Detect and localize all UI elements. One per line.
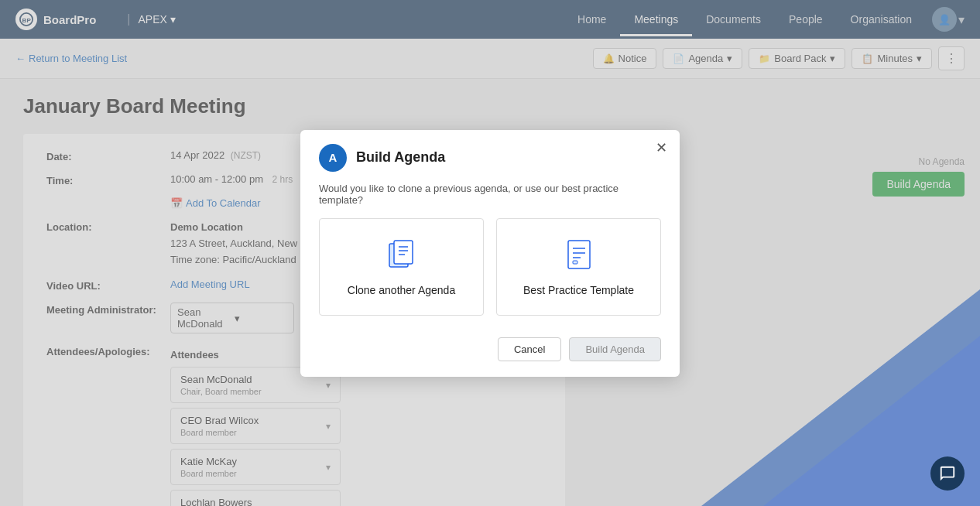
modal-close-button[interactable]: ✕ bbox=[656, 141, 667, 155]
best-practice-option[interactable]: Best Practice Template bbox=[496, 218, 661, 316]
best-practice-icon bbox=[562, 238, 596, 275]
modal-header: A Build Agenda bbox=[300, 130, 680, 183]
clone-agenda-label: Clone another Agenda bbox=[348, 284, 455, 296]
cancel-button[interactable]: Cancel bbox=[498, 337, 561, 361]
modal-overlay: A Build Agenda ✕ Would you like to clone… bbox=[0, 0, 980, 506]
modal-options: Clone another Agenda Best Practice Templ… bbox=[300, 218, 680, 328]
clone-agenda-icon bbox=[385, 238, 419, 275]
build-agenda-modal: A Build Agenda ✕ Would you like to clone… bbox=[300, 130, 680, 377]
svg-rect-13 bbox=[573, 261, 577, 264]
best-practice-label: Best Practice Template bbox=[523, 284, 634, 296]
svg-rect-9 bbox=[568, 241, 590, 268]
modal-title: Build Agenda bbox=[356, 149, 445, 166]
chat-button[interactable] bbox=[930, 456, 965, 491]
modal-icon-letter: A bbox=[329, 151, 338, 164]
clone-agenda-option[interactable]: Clone another Agenda bbox=[319, 218, 484, 316]
modal-subtitle: Would you like to clone a previous agend… bbox=[300, 183, 680, 218]
modal-footer: Cancel Build Agenda bbox=[300, 328, 680, 377]
svg-rect-5 bbox=[394, 241, 413, 264]
build-button[interactable]: Build Agenda bbox=[569, 337, 661, 361]
modal-icon: A bbox=[319, 144, 347, 172]
